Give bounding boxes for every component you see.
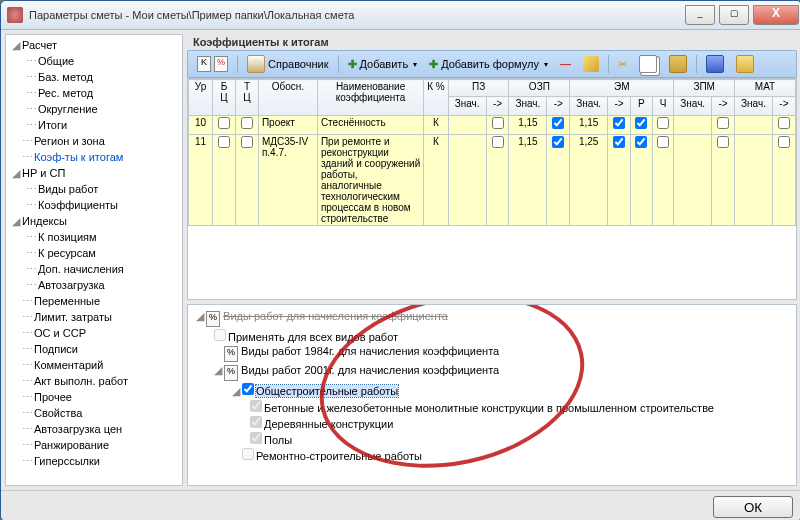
sidebar-item[interactable]: ⋯Автозагрузка (8, 277, 180, 293)
sidebar-item[interactable]: ⋯Общие (8, 53, 180, 69)
tree-node[interactable]: Полы (250, 431, 788, 447)
sidebar-item[interactable]: ⋯Округление (8, 101, 180, 117)
toolbar: K% Справочник ✚Добавить▾ ✚Добавить форму… (187, 50, 797, 78)
tree-node[interactable]: Ремонтно-строительные работы (232, 447, 788, 463)
cut-button[interactable]: ✂ (613, 55, 632, 74)
sidebar-item[interactable]: ⋯К позициям (8, 229, 180, 245)
sidebar-item[interactable]: ⋯Прочее (8, 389, 180, 405)
add-formula-button[interactable]: ✚Добавить формулу▾ (424, 55, 553, 74)
window-title: Параметры сметы - Мои сметы\Пример папки… (29, 9, 683, 21)
tree-node[interactable]: Деревянные конструкции (250, 415, 788, 431)
ok-button[interactable]: ОК (713, 496, 793, 518)
kpercent-button[interactable]: K% (192, 53, 233, 75)
close-button[interactable]: X (753, 5, 799, 25)
sidebar-item[interactable]: ⋯Баз. метод (8, 69, 180, 85)
sidebar-item[interactable]: ⋯Регион и зона (8, 133, 180, 149)
sidebar-item[interactable]: ⋯Доп. начисления (8, 261, 180, 277)
sidebar-item[interactable]: ⋯Лимит. затраты (8, 309, 180, 325)
sidebar-item[interactable]: ⋯Автозагрузка цен (8, 421, 180, 437)
sidebar-tree[interactable]: ◢Расчет⋯Общие⋯Баз. метод⋯Рес. метод⋯Окру… (5, 34, 183, 486)
sidebar-item[interactable]: ⋯Итоги (8, 117, 180, 133)
edit-button[interactable] (578, 53, 604, 75)
minimize-button[interactable]: _ (685, 5, 715, 25)
table-row[interactable]: 11МДС35-IV п.4.7.При ремонте и реконстру… (189, 135, 796, 226)
sidebar-item[interactable]: ⋯ОС и ССР (8, 325, 180, 341)
copy-button[interactable] (634, 52, 662, 76)
sidebar-item[interactable]: ◢НР и СП (8, 165, 180, 181)
sidebar-item[interactable]: ◢Расчет (8, 37, 180, 53)
open-button[interactable] (731, 52, 759, 76)
sidebar-item[interactable]: ⋯Виды работ (8, 181, 180, 197)
sidebar-item[interactable]: ⋯Ранжирование (8, 437, 180, 453)
sidebar-item[interactable]: ⋯Рес. метод (8, 85, 180, 101)
sidebar-item[interactable]: ◢Индексы (8, 213, 180, 229)
work-types-tree[interactable]: ◢% Виды работ для начисления коэффициент… (187, 304, 797, 486)
sidebar-item[interactable]: ⋯Подписи (8, 341, 180, 357)
sidebar-item[interactable]: ⋯Переменные (8, 293, 180, 309)
titlebar: Параметры сметы - Мои сметы\Пример папки… (1, 1, 800, 30)
sidebar-item[interactable]: ⋯Свойства (8, 405, 180, 421)
maximize-button[interactable]: ▢ (719, 5, 749, 25)
add-button[interactable]: ✚Добавить▾ (343, 55, 423, 74)
section-title: Коэффициенты к итогам (187, 34, 797, 50)
sidebar-item[interactable]: ⋯Коэф-ты к итогам (8, 149, 180, 165)
sidebar-item[interactable]: ⋯Гиперссылки (8, 453, 180, 469)
tree-node-general-construction[interactable]: ◢Общестроительные работы (232, 382, 788, 399)
sidebar-item[interactable]: ⋯Коэффициенты (8, 197, 180, 213)
sidebar-item[interactable]: ⋯Акт выполн. работ (8, 373, 180, 389)
reference-button[interactable]: Справочник (242, 52, 334, 76)
app-icon (7, 7, 23, 23)
save-button[interactable] (701, 52, 729, 76)
delete-button[interactable]: — (555, 55, 576, 73)
tree-node[interactable]: Бетонные и железобетонные монолитные кон… (250, 399, 788, 415)
sidebar-item[interactable]: ⋯К ресурсам (8, 245, 180, 261)
coefficients-grid[interactable]: УрБ ЦТ ЦОбосн.Наименование коэффициентаК… (187, 78, 797, 300)
table-row[interactable]: 10ПроектСтеснённостьК1,151,15 (189, 116, 796, 135)
paste-button[interactable] (664, 52, 692, 76)
sidebar-item[interactable]: ⋯Комментарий (8, 357, 180, 373)
